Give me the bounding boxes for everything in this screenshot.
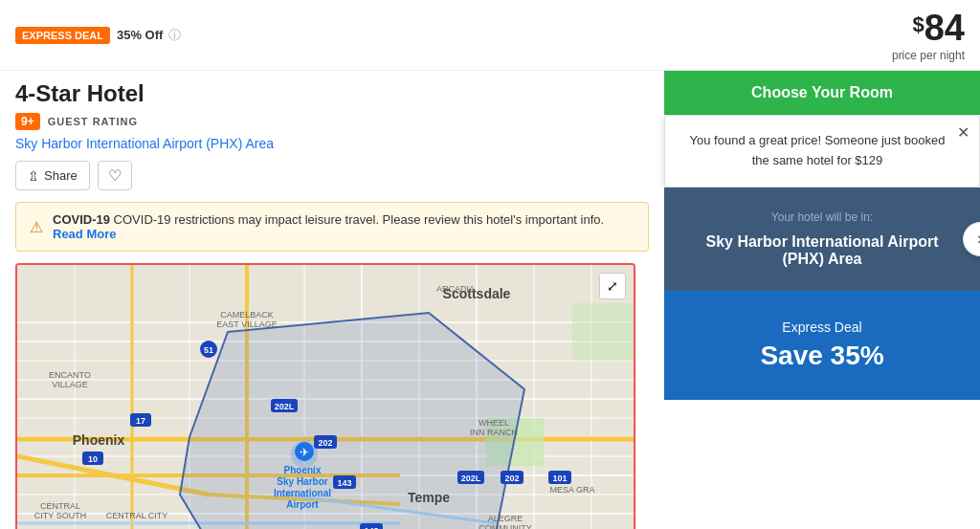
- express-deal-label: Express Deal: [683, 320, 961, 335]
- svg-text:ALEGRE: ALEGRE: [488, 514, 523, 523]
- svg-text:CENTRAL CITY: CENTRAL CITY: [106, 511, 168, 520]
- price-per-night: price per night: [892, 49, 965, 62]
- covid-text: COVID-19 COVID-19 restrictions may impac…: [53, 212, 635, 241]
- covid-bold: COVID-19: [53, 212, 110, 227]
- svg-text:EAST VILLAGE: EAST VILLAGE: [216, 320, 277, 329]
- price-area: $84 price per night: [892, 8, 965, 62]
- svg-text:CAMELBACK: CAMELBACK: [220, 310, 274, 320]
- action-buttons: ⇫ Share ♡: [15, 161, 649, 190]
- left-column: 4-Star Hotel 9+ GUEST RATING Sky Harbor …: [0, 71, 664, 529]
- svg-text:202: 202: [504, 474, 519, 483]
- svg-text:Sky Harbor: Sky Harbor: [277, 476, 327, 487]
- map-svg: 10 17 51 202 202L 143: [17, 265, 635, 529]
- svg-text:143: 143: [337, 478, 351, 488]
- price-display: $84: [892, 8, 965, 49]
- discount-text: 35% Off: [117, 28, 163, 42]
- share-icon: ⇫: [28, 168, 39, 184]
- guest-rating-row: 9+ GUEST RATING: [15, 113, 649, 130]
- svg-text:202L: 202L: [275, 402, 295, 411]
- main-layout: 4-Star Hotel 9+ GUEST RATING Sky Harbor …: [0, 71, 980, 529]
- info-icon[interactable]: ⓘ: [168, 27, 181, 44]
- tooltip-text: You found a great price! Someone just bo…: [680, 131, 964, 171]
- express-deal-save: Save 35%: [683, 341, 961, 371]
- map-container[interactable]: 10 17 51 202 202L 143: [15, 263, 635, 529]
- top-bar: EXPRESS DEAL 35% Off ⓘ $84 price per nig…: [0, 0, 980, 71]
- tooltip-close-button[interactable]: ✕: [957, 123, 969, 142]
- favorite-button[interactable]: ♡: [98, 161, 132, 190]
- svg-text:INN RANCH: INN RANCH: [470, 428, 518, 437]
- svg-text:202L: 202L: [461, 474, 481, 483]
- svg-text:Airport: Airport: [286, 499, 319, 510]
- svg-text:ARCADIA: ARCADIA: [436, 284, 475, 294]
- svg-text:VILLAGE: VILLAGE: [52, 380, 88, 389]
- hotel-area-name: Sky Harbor International Airport (PHX) A…: [683, 233, 961, 268]
- svg-text:International: International: [274, 488, 331, 498]
- covid-banner: ⚠ COVID-19 COVID-19 restrictions may imp…: [15, 202, 649, 252]
- svg-text:17: 17: [136, 416, 145, 426]
- svg-text:Tempe: Tempe: [408, 490, 450, 505]
- hotel-location: Sky Harbor International Airport (PHX) A…: [15, 136, 649, 151]
- share-label: Share: [44, 168, 78, 183]
- svg-text:COMMUNITY: COMMUNITY: [479, 523, 532, 529]
- map-expand-button[interactable]: ⤢: [599, 273, 626, 299]
- svg-text:CENTRAL: CENTRAL: [40, 501, 80, 511]
- next-button[interactable]: ›: [963, 222, 980, 256]
- svg-text:202: 202: [318, 438, 332, 448]
- svg-text:✈: ✈: [300, 446, 309, 459]
- rating-badge: 9+: [15, 113, 40, 130]
- map-wrapper: 10 17 51 202 202L 143: [15, 263, 635, 529]
- svg-text:Phoenix: Phoenix: [73, 432, 125, 448]
- express-deal-card: Express Deal Save 35%: [664, 291, 980, 400]
- svg-text:101: 101: [552, 474, 567, 483]
- covid-icon: ⚠: [30, 218, 43, 236]
- price-value: 84: [924, 8, 965, 48]
- svg-text:ENCANTO: ENCANTO: [49, 370, 91, 380]
- svg-rect-30: [572, 303, 635, 361]
- express-deal-badge: EXPRESS DEAL: [15, 27, 110, 44]
- dollar-sign: $: [912, 12, 924, 36]
- guest-rating-label: GUEST RATING: [48, 116, 138, 127]
- svg-text:CITY SOUTH: CITY SOUTH: [34, 511, 86, 520]
- hotel-title: 4-Star Hotel: [15, 80, 649, 107]
- choose-room-button[interactable]: Choose Your Room: [664, 71, 980, 115]
- svg-text:WHEEL: WHEEL: [479, 418, 509, 428]
- favorite-icon: ♡: [108, 167, 122, 184]
- hotel-area-label: Your hotel will be in:: [683, 210, 961, 224]
- svg-text:51: 51: [204, 345, 213, 355]
- right-column: Choose Your Room ✕ You found a great pri…: [664, 71, 980, 529]
- read-more-link[interactable]: Read More: [53, 227, 116, 241]
- share-button[interactable]: ⇫ Share: [15, 161, 90, 190]
- expand-icon: ⤢: [607, 278, 618, 294]
- svg-text:10: 10: [88, 454, 98, 464]
- tooltip-popup: ✕ You found a great price! Someone just …: [664, 115, 980, 187]
- hotel-area-card: Your hotel will be in: Sky Harbor Intern…: [664, 187, 980, 291]
- svg-text:MESA GRA: MESA GRA: [549, 485, 594, 495]
